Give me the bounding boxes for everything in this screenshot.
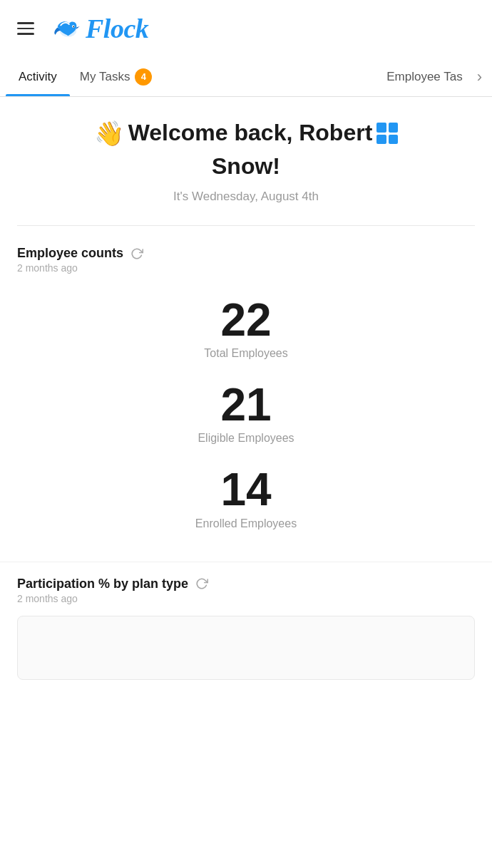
my-tasks-badge: 4 — [135, 68, 152, 86]
employee-counts-time: 2 months ago — [17, 262, 475, 274]
enrolled-employees-number: 14 — [17, 466, 475, 514]
hamburger-line-1 — [17, 22, 34, 24]
tab-activity-underline — [6, 94, 70, 96]
employee-counts-refresh-icon[interactable] — [130, 247, 143, 260]
hamburger-line-2 — [17, 28, 34, 30]
employee-counts-title: Employee counts — [17, 246, 123, 261]
tab-activity[interactable]: Activity — [6, 58, 70, 95]
participation-refresh-svg — [195, 577, 208, 590]
tab-my-tasks-label: My Tasks — [80, 70, 130, 84]
eligible-employees-number: 21 — [17, 381, 475, 429]
welcome-date: It's Wednesday, August 4th — [17, 190, 475, 204]
grid-icon[interactable] — [376, 123, 398, 144]
hamburger-menu[interactable] — [14, 19, 37, 38]
tab-employee-tasks-label: Employee Tas — [386, 70, 462, 83]
employee-counts-section: Employee counts 2 months ago 22 Total Em… — [0, 226, 492, 562]
flock-wordmark: Flock — [86, 13, 148, 44]
flock-logo[interactable]: Flock — [51, 13, 148, 44]
tab-bar: Activity My Tasks 4 Employee Tas › — [0, 57, 492, 97]
eligible-employees-label: Eligible Employees — [17, 432, 475, 445]
total-employees-label: Total Employees — [17, 347, 475, 360]
tab-activity-label: Activity — [19, 70, 57, 83]
tab-employee-tasks[interactable]: Employee Tas — [376, 58, 472, 95]
grid-cell-4 — [389, 135, 399, 145]
grid-cell-2 — [389, 123, 399, 133]
participation-refresh-icon[interactable] — [195, 577, 208, 590]
app-header: Flock — [0, 0, 492, 57]
tab-chevron-right[interactable]: › — [473, 68, 486, 86]
employee-counts-header: Employee counts — [17, 246, 475, 261]
total-employees-block: 22 Total Employees — [17, 291, 475, 376]
grid-cell-3 — [376, 135, 386, 145]
participation-time: 2 months ago — [17, 593, 475, 604]
participation-chart — [17, 616, 475, 680]
flock-bird-icon — [51, 13, 83, 44]
tab-my-tasks[interactable]: My Tasks 4 — [70, 57, 163, 97]
welcome-text: Welcome back, Robert — [128, 118, 373, 147]
welcome-title-row: 👋 Welcome back, Robert — [17, 118, 475, 149]
eligible-employees-block: 21 Eligible Employees — [17, 376, 475, 460]
welcome-name-line2: Snow! — [17, 152, 475, 182]
enrolled-employees-block: 14 Enrolled Employees — [17, 460, 475, 549]
welcome-wave-emoji: 👋 — [94, 118, 124, 149]
hamburger-line-3 — [17, 33, 34, 35]
enrolled-employees-label: Enrolled Employees — [17, 517, 475, 530]
grid-cell-1 — [376, 123, 386, 133]
total-employees-number: 22 — [17, 296, 475, 344]
main-content: 👋 Welcome back, Robert Snow! It's Wednes… — [0, 97, 492, 868]
welcome-section: 👋 Welcome back, Robert Snow! It's Wednes… — [0, 97, 492, 218]
participation-section: Participation % by plan type 2 months ag… — [0, 562, 492, 694]
participation-title: Participation % by plan type — [17, 577, 188, 591]
refresh-svg — [130, 247, 143, 260]
svg-point-2 — [73, 26, 74, 28]
participation-header: Participation % by plan type — [17, 577, 475, 591]
